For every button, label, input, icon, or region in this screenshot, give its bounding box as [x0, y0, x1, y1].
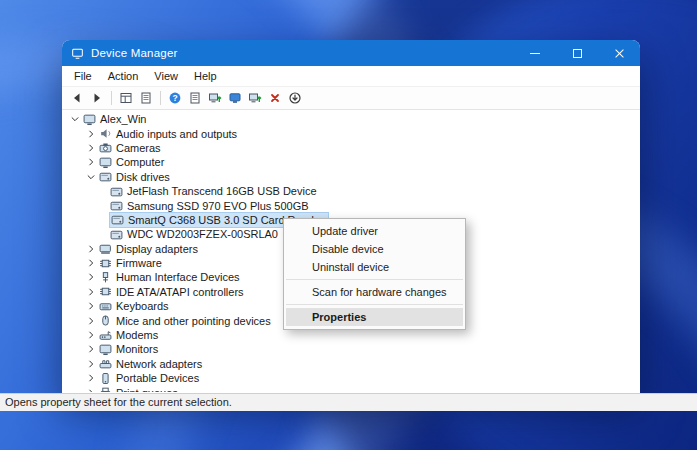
toolbar-separator — [111, 91, 112, 105]
uninstall-device-icon[interactable] — [265, 88, 285, 108]
toolbar-separator — [160, 91, 161, 105]
chevron-right-icon[interactable] — [86, 157, 96, 167]
chevron-down-icon[interactable] — [86, 172, 96, 182]
scan-hardware-icon[interactable] — [285, 88, 305, 108]
close-button[interactable] — [598, 40, 640, 66]
tree-item-computer[interactable]: Computer — [62, 155, 640, 169]
chevron-down-icon[interactable] — [70, 114, 80, 124]
tree-item-samsung-ssd[interactable]: Samsung SSD 970 EVO Plus 500GB — [62, 198, 640, 212]
menu-item-uninstall-device[interactable]: Uninstall device — [284, 258, 465, 276]
tree-item-modems[interactable]: Modems — [62, 328, 640, 342]
chevron-right-icon[interactable] — [86, 272, 96, 282]
tree-item-portable-devices[interactable]: Portable Devices — [62, 371, 640, 385]
menu-item-disable-device[interactable]: Disable device — [284, 240, 465, 258]
desktop: { "window": { "title": "Device Manager" … — [0, 0, 697, 450]
menu-item-properties[interactable]: Properties — [286, 308, 463, 326]
menu-item-update-driver[interactable]: Update driver — [284, 222, 465, 240]
minimize-icon — [530, 53, 540, 54]
printer-icon — [99, 386, 112, 392]
camera-icon — [99, 141, 112, 154]
menu-view[interactable]: View — [146, 68, 186, 84]
tree-item-label: Human Interface Devices — [116, 270, 240, 284]
device-manager-window: Device Manager File Action View Help Ale… — [62, 40, 640, 393]
menu-help[interactable]: Help — [186, 68, 225, 84]
disk-icon — [99, 170, 112, 183]
window-title: Device Manager — [91, 47, 514, 59]
chevron-right-icon[interactable] — [86, 316, 96, 326]
chevron-right-icon[interactable] — [86, 129, 96, 139]
chevron-right-icon[interactable] — [86, 359, 96, 369]
network-icon — [99, 357, 112, 370]
computer-icon — [99, 156, 112, 169]
phone-icon — [99, 372, 112, 385]
status-bar: Opens property sheet for the current sel… — [0, 393, 697, 411]
tree-item-label: WDC WD2003FZEX-00SRLA0 — [127, 227, 278, 241]
tree-item-network-adapters[interactable]: Network adapters — [62, 357, 640, 371]
tree-item-audio[interactable]: Audio inputs and outputs — [62, 126, 640, 140]
computer-view-icon[interactable] — [225, 88, 245, 108]
toolbar — [62, 87, 640, 110]
update-driver2-icon[interactable] — [245, 88, 265, 108]
tree-item-label: Print queues — [116, 386, 178, 392]
tree-item-label: Disk drives — [116, 170, 170, 184]
disk-icon — [110, 185, 123, 198]
chevron-right-icon[interactable] — [86, 301, 96, 311]
title-bar[interactable]: Device Manager — [62, 40, 640, 66]
display-adapter-icon — [99, 242, 112, 255]
status-text: Opens property sheet for the current sel… — [5, 396, 232, 408]
chevron-right-icon[interactable] — [86, 143, 96, 153]
properties-toolbar-icon[interactable] — [136, 88, 156, 108]
chevron-right-icon[interactable] — [86, 388, 96, 392]
tree-item-print-queues[interactable]: Print queues — [62, 385, 640, 392]
tree-item-monitors[interactable]: Monitors — [62, 342, 640, 356]
keyboard-icon — [99, 300, 112, 313]
tree-item-label: Keyboards — [116, 299, 169, 313]
menu-separator — [286, 279, 463, 280]
tree-item-label: IDE ATA/ATAPI controllers — [116, 285, 244, 299]
monitor-icon — [99, 343, 112, 356]
tree-item-label: Firmware — [116, 256, 162, 270]
back-icon[interactable] — [67, 88, 87, 108]
minimize-button[interactable] — [514, 40, 556, 66]
help-icon[interactable] — [165, 88, 185, 108]
window-controls — [514, 40, 640, 66]
tree-item-label: Modems — [116, 328, 158, 342]
menu-action[interactable]: Action — [100, 68, 147, 84]
forward-icon[interactable] — [87, 88, 107, 108]
chevron-right-icon[interactable] — [86, 244, 96, 254]
device-manager-icon — [71, 47, 84, 60]
menu-bar: File Action View Help — [62, 66, 640, 87]
menu-item-scan-hardware-changes[interactable]: Scan for hardware changes — [284, 283, 465, 301]
show-console-tree-icon[interactable] — [116, 88, 136, 108]
chip-icon — [99, 257, 112, 270]
tree-item-label: Network adapters — [116, 357, 202, 371]
maximize-icon — [573, 49, 582, 58]
tree-item-disk-drives[interactable]: Disk drives — [62, 170, 640, 184]
computer-icon — [83, 113, 96, 126]
export-list-icon[interactable] — [185, 88, 205, 108]
menu-file[interactable]: File — [66, 68, 100, 84]
tree-item-label: JetFlash Transcend 16GB USB Device — [127, 184, 317, 198]
chevron-right-icon[interactable] — [86, 330, 96, 340]
tree-item-cameras[interactable]: Cameras — [62, 141, 640, 155]
tree-item-label: Monitors — [116, 342, 158, 356]
tree-item-label: Display adapters — [116, 242, 198, 256]
tree-item-label: Audio inputs and outputs — [116, 127, 237, 141]
mouse-icon — [99, 314, 112, 327]
tree-item-label: Mice and other pointing devices — [116, 314, 271, 328]
tree-item-label: Cameras — [116, 141, 161, 155]
speaker-icon — [99, 127, 112, 140]
modem-icon — [99, 329, 112, 342]
menu-separator — [286, 304, 463, 305]
chevron-right-icon[interactable] — [86, 287, 96, 297]
chevron-right-icon[interactable] — [86, 373, 96, 383]
close-icon — [614, 48, 625, 59]
disk-icon — [110, 228, 123, 241]
maximize-button[interactable] — [556, 40, 598, 66]
chevron-right-icon[interactable] — [86, 258, 96, 268]
update-driver-icon[interactable] — [205, 88, 225, 108]
disk-icon — [111, 213, 124, 226]
tree-item-root[interactable]: Alex_Win — [62, 112, 640, 126]
chevron-right-icon[interactable] — [86, 344, 96, 354]
tree-item-jetflash[interactable]: JetFlash Transcend 16GB USB Device — [62, 184, 640, 198]
